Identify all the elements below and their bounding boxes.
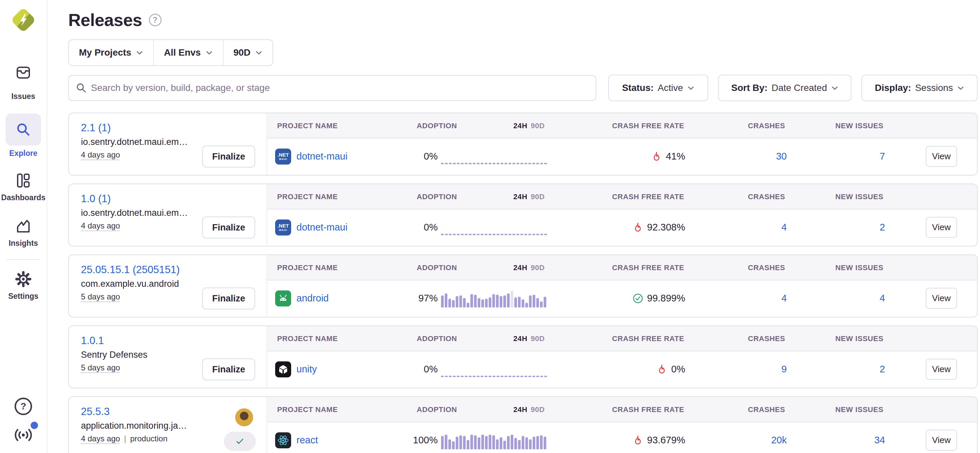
adoption-chart[interactable] — [441, 288, 547, 309]
new-issues-count-link[interactable]: 2 — [880, 222, 885, 233]
flame-icon — [651, 151, 662, 162]
crash-free-rate-value: 92.308% — [647, 222, 686, 233]
range-toggle-24h[interactable]: 24H — [513, 326, 527, 351]
help-button[interactable]: ? — [14, 397, 33, 417]
sidebar-item-settings[interactable]: Settings — [6, 270, 41, 301]
sidebar-item-issues[interactable]: Issues — [6, 57, 41, 101]
dotnet-maui-icon: .NETMAUI — [275, 149, 291, 165]
project-link[interactable]: unity — [296, 364, 317, 375]
view-button[interactable]: View — [926, 359, 957, 380]
release-search-input[interactable] — [68, 75, 596, 101]
sort-by-dropdown[interactable]: Sort By: Date Created — [718, 75, 851, 101]
project-link[interactable]: react — [296, 435, 318, 446]
display-dropdown[interactable]: Display: Sessions — [861, 75, 978, 101]
release-author-avatar — [235, 408, 253, 426]
crashes-count-link[interactable]: 20k — [771, 435, 787, 446]
release-card: 1.0.1 Sentry Defenses 5 days ago Finaliz… — [69, 326, 267, 388]
projects-filter-label: My Projects — [79, 47, 131, 58]
col-new-issues: NEW ISSUES — [817, 326, 883, 351]
check-icon — [235, 436, 245, 446]
crashes-count-link[interactable]: 4 — [781, 222, 787, 233]
releases-help-icon[interactable]: ? — [149, 14, 162, 26]
release-version-link[interactable]: 2.1 (1) — [81, 122, 111, 134]
sidebar-item-explore[interactable]: Explore — [6, 114, 41, 158]
sort-by-key: Sort By: — [731, 83, 767, 93]
project-link[interactable]: dotnet-maui — [296, 222, 347, 233]
project-platform-icon: .NETMAUI — [275, 361, 291, 377]
page-filter-bar: My Projects All Envs 90D — [68, 39, 273, 66]
adoption-chart[interactable] — [441, 216, 547, 238]
sentry-logo-icon[interactable] — [10, 6, 37, 35]
crashes-count-link[interactable]: 9 — [781, 364, 787, 375]
range-toggle-24h[interactable]: 24H — [513, 255, 527, 280]
release-card: 25.05.15.1 (2505151) com.example.vu.andr… — [69, 255, 267, 317]
release-version-link[interactable]: 25.05.15.1 (2505151) — [81, 264, 180, 276]
table-row: .NETMAUI — [267, 351, 977, 387]
project-platform-icon: .NETMAUI — [275, 219, 291, 235]
release-card: 2.1 (1) io.sentry.dotnet.maui.em… 4 days… — [69, 113, 267, 175]
project-link[interactable]: dotnet-maui — [296, 151, 347, 162]
project-platform-icon: .NETMAUI — [275, 149, 291, 165]
sidebar-item-dashboards[interactable]: Dashboards — [2, 171, 46, 202]
finalized-check-button[interactable] — [224, 432, 256, 451]
sidebar-item-insights[interactable]: Insights — [6, 217, 41, 248]
release-version-link[interactable]: 25.5.3 — [81, 406, 110, 418]
range-toggle-24h[interactable]: 24H — [513, 397, 527, 422]
range-toggle-90d[interactable]: 90D — [531, 397, 545, 422]
new-issues-count-link[interactable]: 4 — [880, 293, 885, 304]
svg-text:?: ? — [20, 401, 26, 412]
finalize-button[interactable]: Finalize — [202, 288, 255, 310]
col-crashes: CRASHES — [719, 326, 785, 351]
adoption-chart[interactable] — [441, 429, 547, 451]
new-issues-count-link[interactable]: 2 — [880, 364, 885, 375]
range-toggle-90d[interactable]: 90D — [531, 326, 545, 351]
chevron-down-icon — [957, 84, 964, 92]
status-filter-value: Active — [657, 83, 683, 93]
crashes-count-link[interactable]: 30 — [776, 151, 787, 162]
finalize-button[interactable]: Finalize — [202, 216, 255, 238]
col-adoption: ADOPTION — [377, 397, 457, 422]
view-button[interactable]: View — [926, 146, 957, 167]
release-created-time: 4 days ago — [81, 150, 120, 159]
date-range-filter-dropdown[interactable]: 90D — [223, 40, 272, 65]
project-link[interactable]: android — [296, 293, 329, 304]
col-project-name: PROJECT NAME — [277, 397, 338, 422]
range-toggle-90d[interactable]: 90D — [531, 255, 545, 280]
release-environment: production — [130, 434, 167, 443]
new-issues-count-link[interactable]: 34 — [874, 435, 885, 446]
adoption-value: 0% — [397, 351, 438, 387]
dotnet-maui-icon: .NETMAUI — [275, 219, 291, 235]
adoption-chart[interactable] — [441, 358, 547, 380]
adoption-chart[interactable] — [441, 146, 547, 167]
range-toggle-24h[interactable]: 24H — [513, 184, 527, 210]
flame-icon — [633, 435, 643, 446]
insights-icon — [6, 217, 41, 235]
view-button[interactable]: View — [926, 217, 957, 238]
finalize-button[interactable]: Finalize — [202, 146, 255, 167]
whats-new-broadcast-button[interactable] — [13, 426, 33, 444]
col-project-name: PROJECT NAME — [277, 326, 338, 351]
release-group: 25.05.15.1 (2505151) com.example.vu.andr… — [68, 254, 978, 318]
range-toggle-90d[interactable]: 90D — [531, 113, 545, 138]
projects-filter-dropdown[interactable]: My Projects — [69, 40, 153, 65]
crash-free-rate-value: 99.899% — [647, 293, 686, 304]
view-button[interactable]: View — [926, 430, 957, 451]
finalize-button[interactable]: Finalize — [202, 358, 255, 380]
dashboards-icon — [6, 171, 41, 190]
view-button[interactable]: View — [926, 288, 957, 309]
new-issues-count-link[interactable]: 7 — [880, 151, 885, 162]
crashes-count-link[interactable]: 4 — [781, 293, 787, 304]
range-toggle-90d[interactable]: 90D — [531, 184, 545, 210]
release-card: 1.0 (1) io.sentry.dotnet.maui.em… 4 days… — [69, 184, 267, 246]
status-filter-dropdown[interactable]: Status: Active — [608, 75, 708, 101]
adoption-chart-bars — [441, 291, 547, 307]
release-version-link[interactable]: 1.0 (1) — [81, 193, 111, 205]
environments-filter-dropdown[interactable]: All Envs — [153, 40, 223, 65]
col-adoption: ADOPTION — [377, 113, 457, 138]
release-version-link[interactable]: 1.0.1 — [81, 335, 104, 347]
release-health-table: PROJECT NAME ADOPTION 24H 90D CRASH FREE… — [267, 184, 977, 246]
col-crash-free-rate: CRASH FREE RATE — [584, 255, 684, 280]
environments-filter-label: All Envs — [164, 47, 200, 58]
range-toggle-24h[interactable]: 24H — [513, 113, 527, 138]
react-icon — [275, 432, 291, 448]
